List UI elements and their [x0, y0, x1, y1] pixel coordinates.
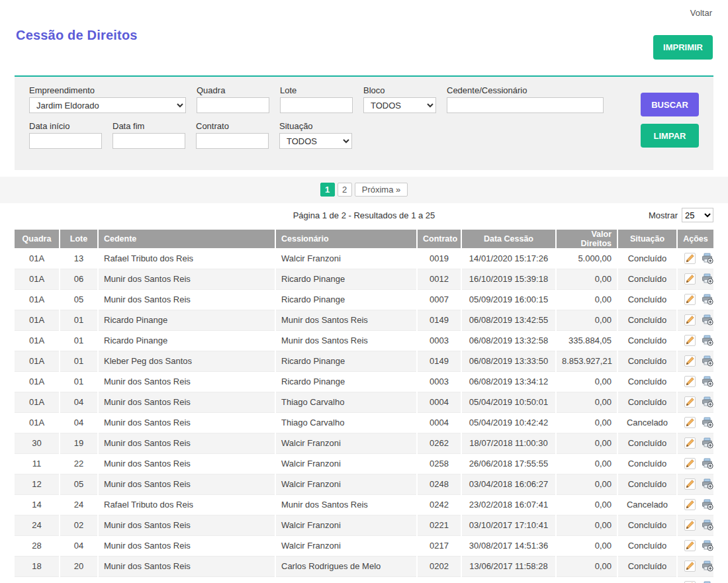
- edit-pencil-icon[interactable]: [684, 478, 696, 490]
- cell-contrato: 0012: [417, 269, 461, 289]
- page-size-label: Mostrar: [649, 210, 678, 220]
- edit-pencil-icon[interactable]: [684, 273, 696, 285]
- page-button-2[interactable]: 2: [338, 183, 352, 197]
- edit-pencil-icon[interactable]: [684, 540, 696, 551]
- edit-pencil-icon[interactable]: [684, 294, 696, 305]
- cell-situacao: Concluído: [617, 310, 677, 330]
- edit-pencil-icon[interactable]: [684, 355, 696, 367]
- table-row: 01A 01 Ricardo Pinange Munir dos Santos …: [15, 330, 713, 351]
- print-add-icon[interactable]: [702, 396, 713, 408]
- page-size-select[interactable]: 25: [682, 208, 713, 222]
- cell-situacao: Cancelado: [617, 412, 677, 433]
- print-add-icon[interactable]: [702, 540, 713, 551]
- cell-valor-direitos: 0,00: [556, 433, 617, 453]
- cell-valor-direitos: 0,00: [556, 515, 617, 535]
- cell-lote: 24: [60, 494, 98, 515]
- empreendimento-select[interactable]: Jardim Eldorado: [29, 97, 186, 113]
- print-add-icon[interactable]: [702, 273, 713, 285]
- cell-valor-direitos: 0,00: [556, 494, 617, 515]
- edit-pencil-icon[interactable]: [684, 519, 696, 531]
- cell-quadra: 01A: [15, 310, 60, 330]
- cell-cessionario: Ricardo Pinange: [275, 289, 417, 310]
- cell-data-cessao: 30/08/2017 14:51:36: [461, 535, 556, 556]
- page-button-1[interactable]: 1: [320, 183, 335, 197]
- next-page-button[interactable]: Próxima »: [355, 183, 408, 197]
- cell-data-cessao: 18/07/2018 11:00:30: [461, 433, 556, 453]
- print-add-icon[interactable]: [702, 519, 713, 531]
- print-add-icon[interactable]: [702, 417, 713, 428]
- cell-contrato: 0201: [417, 576, 461, 583]
- cell-acoes: [677, 351, 713, 371]
- print-add-icon[interactable]: [702, 478, 713, 490]
- print-button[interactable]: IMPRIMIR: [653, 35, 713, 60]
- edit-pencil-icon[interactable]: [684, 253, 696, 264]
- print-add-icon[interactable]: [702, 437, 713, 449]
- edit-pencil-icon[interactable]: [684, 314, 696, 326]
- edit-pencil-icon[interactable]: [684, 561, 696, 572]
- edit-pencil-icon[interactable]: [684, 437, 696, 449]
- cell-valor-direitos: 0,00: [556, 310, 617, 330]
- page: Voltar Cessão de Direitos IMPRIMIR Empre…: [0, 0, 728, 583]
- edit-pencil-icon[interactable]: [684, 396, 696, 408]
- cell-lote: 01: [60, 371, 98, 392]
- print-add-icon[interactable]: [702, 561, 713, 572]
- back-link[interactable]: Voltar: [690, 8, 712, 18]
- quadra-input[interactable]: [197, 97, 269, 113]
- col-header-lote: Lote: [60, 230, 98, 248]
- cell-situacao: Concluído: [617, 392, 677, 412]
- print-add-icon[interactable]: [702, 499, 713, 510]
- edit-pencil-icon[interactable]: [684, 417, 696, 428]
- print-add-icon[interactable]: [702, 294, 713, 305]
- print-add-icon[interactable]: [702, 314, 713, 326]
- cell-valor-direitos: 0,00: [556, 392, 617, 412]
- print-add-icon[interactable]: [702, 335, 713, 346]
- print-add-icon[interactable]: [702, 458, 713, 469]
- filter-quadra: Quadra: [197, 85, 269, 113]
- table-header: Quadra Lote Cedente Cessionário Contrato…: [15, 230, 713, 248]
- edit-pencil-icon[interactable]: [684, 335, 696, 346]
- results-summary: Página 1 de 2 - Resultados de 1 a 25: [293, 210, 435, 220]
- cell-acoes: [677, 474, 713, 494]
- cell-cessionario: Walcir Franzoni: [275, 535, 417, 556]
- edit-pencil-icon[interactable]: [684, 499, 696, 510]
- data-inicio-input[interactable]: [29, 133, 102, 149]
- cell-data-cessao: 05/04/2019 10:42:42: [461, 412, 556, 433]
- cell-situacao: Concluído: [617, 351, 677, 371]
- contrato-input[interactable]: [196, 133, 269, 149]
- cell-situacao: Concluído: [617, 371, 677, 392]
- bloco-select[interactable]: TODOS: [363, 97, 436, 113]
- cell-contrato: 0248: [417, 474, 461, 494]
- cell-acoes: [677, 515, 713, 535]
- filter-situacao: Situação TODOS: [279, 121, 352, 149]
- cell-valor-direitos: 335.884,05: [556, 330, 617, 351]
- filter-row-1: Empreendimento Jardim Eldorado Quadra Lo…: [29, 85, 699, 113]
- cell-situacao: Concluído: [617, 330, 677, 351]
- print-add-icon[interactable]: [702, 355, 713, 367]
- cedente-cessionario-input[interactable]: [447, 97, 604, 113]
- cell-acoes: [677, 535, 713, 556]
- lote-input[interactable]: [280, 97, 353, 113]
- data-fim-input[interactable]: [113, 133, 185, 149]
- table-row: 20 06 Munir dos Santos Reis Walcir Franz…: [15, 576, 713, 583]
- cell-situacao: Concluído: [617, 576, 677, 583]
- filter-bloco: Bloco TODOS: [363, 85, 436, 113]
- print-add-icon[interactable]: [702, 376, 713, 387]
- cell-data-cessao: 13/06/2017 11:58:28: [461, 556, 556, 576]
- col-header-data-cessao: Data Cessão: [461, 230, 556, 248]
- clear-button[interactable]: LIMPAR: [641, 124, 699, 148]
- search-button[interactable]: BUSCAR: [641, 93, 699, 116]
- edit-pencil-icon[interactable]: [684, 376, 696, 387]
- table-row: 01A 04 Munir dos Santos Reis Thiago Carv…: [15, 412, 713, 433]
- situacao-select[interactable]: TODOS: [279, 133, 352, 149]
- table-row: 01A 01 Kleber Peg dos Santos Ricardo Pin…: [15, 351, 713, 371]
- col-header-contrato: Contrato: [417, 230, 461, 248]
- print-add-icon[interactable]: [702, 253, 713, 264]
- edit-pencil-icon[interactable]: [684, 458, 696, 469]
- cell-cedente: Ricardo Pinange: [98, 310, 275, 330]
- cell-contrato: 0202: [417, 556, 461, 576]
- filter-buttons: BUSCAR LIMPAR: [641, 93, 699, 148]
- cell-contrato: 0242: [417, 494, 461, 515]
- cell-situacao: Concluído: [617, 453, 677, 474]
- cell-cessionario: Munir dos Santos Reis: [275, 310, 417, 330]
- cell-situacao: Concluído: [617, 556, 677, 576]
